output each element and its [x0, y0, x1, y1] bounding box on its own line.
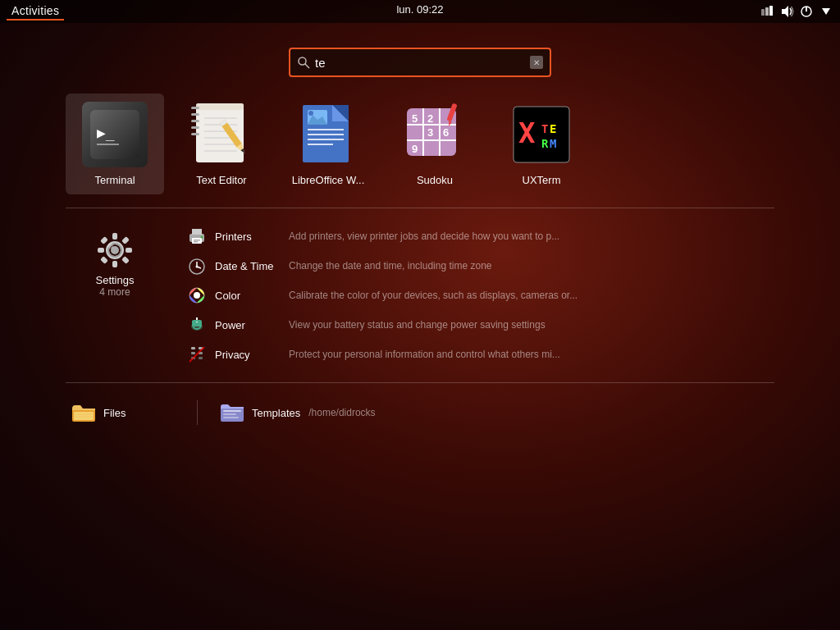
divider-1 [66, 208, 774, 208]
svg-text:5: 5 [412, 112, 418, 125]
libreoffice-writer-label: LibreOffice W... [292, 174, 365, 186]
settings-gear-icon [96, 231, 134, 269]
svg-rect-12 [196, 103, 244, 162]
uxterm-label: UXTerm [523, 174, 561, 186]
search-icon [297, 56, 310, 69]
libreoffice-icon-container [295, 102, 361, 167]
settings-section: Settings 4 more Printers Add printers, v… [0, 221, 840, 369]
terminal-icon: ▶_ [82, 102, 148, 167]
settings-more: 4 more [99, 286, 130, 298]
svg-rect-15 [191, 113, 199, 116]
app-uxterm[interactable]: X T E R M UXTerm [492, 94, 591, 194]
svg-rect-98 [223, 410, 241, 412]
printers-icon [187, 226, 207, 246]
datetime-name: Date & Time [215, 260, 281, 272]
settings-item-color[interactable]: Color Calibrate the color of your device… [180, 281, 774, 310]
svg-rect-99 [223, 413, 236, 415]
apps-section: ▶_ Terminal [0, 94, 840, 194]
app-sudoku[interactable]: 5 2 6 3 9 Sudoku [386, 94, 484, 194]
svg-rect-100 [223, 417, 239, 418]
sudoku-icon-container: 5 2 6 3 9 [402, 102, 468, 167]
svg-rect-65 [121, 236, 130, 244]
svg-marker-3 [782, 6, 788, 17]
svg-marker-6 [822, 8, 830, 15]
svg-rect-13 [196, 103, 244, 110]
topbar: Activities lun. 09:22 [0, 0, 840, 23]
settings-item-printers[interactable]: Printers Add printers, view printer jobs… [180, 221, 774, 251]
settings-item-privacy[interactable]: Privacy Protect your personal informatio… [180, 340, 774, 369]
svg-rect-14 [191, 107, 199, 109]
system-tray [760, 4, 833, 19]
clock: lun. 09:22 [396, 3, 443, 16]
settings-item-datetime[interactable]: Date & Time Change the date and time, in… [180, 251, 774, 281]
svg-text:3: 3 [427, 126, 433, 139]
svg-point-7 [299, 57, 306, 65]
activities-button[interactable]: Activities [7, 2, 64, 21]
svg-text:6: 6 [443, 126, 449, 139]
search-clear-button[interactable]: ✕ [530, 56, 543, 69]
color-desc: Calibrate the color of your devices, suc… [289, 290, 768, 301]
files-name: Files [103, 407, 126, 419]
uxterm-icon-container: X T E R M [509, 102, 574, 167]
app-terminal[interactable]: ▶_ Terminal [66, 94, 164, 194]
svg-rect-94 [74, 412, 94, 420]
sudoku-icon: 5 2 6 3 9 [404, 102, 466, 167]
svg-rect-73 [194, 240, 200, 241]
svg-rect-17 [191, 126, 199, 129]
text-editor-icon-container [189, 102, 254, 167]
svg-rect-67 [121, 256, 130, 264]
svg-rect-74 [194, 241, 198, 243]
svg-point-81 [194, 292, 200, 299]
svg-rect-86 [191, 347, 195, 349]
settings-items-list: Printers Add printers, view printer jobs… [180, 221, 774, 369]
power-settings-icon [187, 315, 207, 335]
svg-rect-2 [769, 6, 773, 16]
terminal-label: Terminal [94, 174, 135, 186]
sudoku-label: Sudoku [417, 174, 453, 186]
text-editor-label: Text Editor [196, 174, 246, 186]
uxterm-icon: X T E R M [510, 102, 573, 167]
terminal-icon-container: ▶_ [82, 102, 148, 167]
file-item-files[interactable]: Files [66, 396, 180, 429]
datetime-icon [187, 256, 207, 276]
search-box: ✕ [289, 48, 551, 77]
volume-icon[interactable] [779, 4, 794, 19]
printers-name: Printers [215, 231, 281, 243]
svg-rect-60 [112, 233, 117, 240]
svg-text:M: M [550, 137, 556, 150]
svg-point-79 [196, 266, 199, 268]
color-icon [187, 285, 207, 305]
svg-rect-71 [192, 229, 202, 235]
power-icon[interactable] [799, 4, 814, 19]
settings-app-item[interactable]: Settings 4 more [66, 221, 164, 369]
svg-rect-91 [199, 357, 203, 359]
files-section: Files Templates /home/didrocks [0, 396, 840, 429]
svg-rect-88 [191, 352, 195, 354]
app-text-editor[interactable]: Text Editor [172, 94, 271, 194]
svg-rect-62 [98, 248, 104, 253]
tray-dropdown-icon[interactable] [819, 4, 833, 19]
svg-line-8 [305, 64, 309, 68]
svg-text:9: 9 [412, 143, 418, 155]
svg-rect-63 [126, 248, 132, 253]
file-item-templates[interactable]: Templates /home/didrocks [214, 396, 382, 429]
svg-text:E: E [550, 122, 556, 135]
svg-text:▶_: ▶_ [97, 124, 115, 141]
network-icon[interactable] [760, 4, 774, 19]
svg-rect-1 [765, 7, 769, 16]
privacy-desc: Protect your personal information and co… [289, 349, 768, 360]
settings-item-power[interactable]: Power View your battery status and chang… [180, 310, 774, 340]
privacy-icon [187, 345, 207, 364]
privacy-name: Privacy [215, 349, 281, 361]
app-libreoffice-writer[interactable]: LibreOffice W... [279, 94, 377, 194]
svg-rect-66 [100, 256, 108, 264]
svg-rect-64 [100, 236, 108, 244]
svg-text:2: 2 [427, 112, 433, 125]
color-name: Color [215, 290, 281, 302]
search-input[interactable] [315, 56, 525, 70]
templates-path: /home/didrocks [308, 407, 375, 418]
search-container: ✕ [0, 48, 840, 77]
svg-text:X: X [518, 116, 536, 149]
templates-icon [221, 401, 244, 424]
svg-rect-61 [112, 261, 117, 267]
